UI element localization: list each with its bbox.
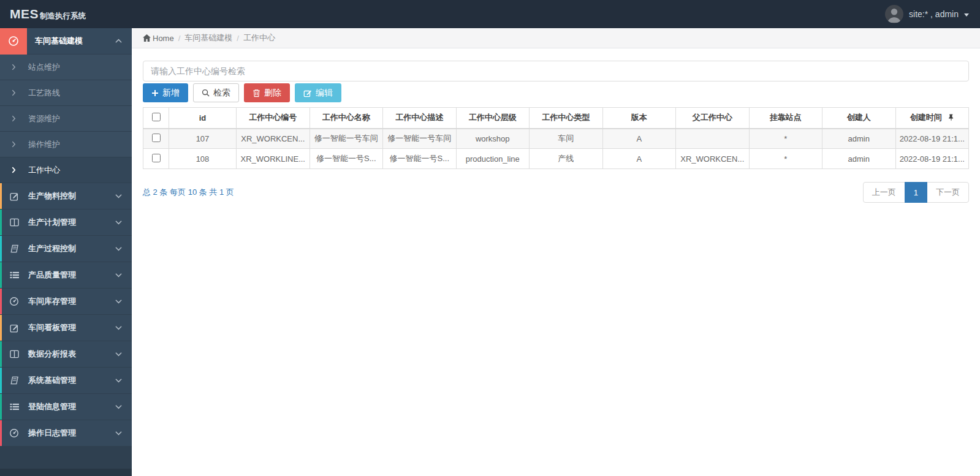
sidebar-item-operation-log-management[interactable]: 操作日志管理: [0, 420, 132, 447]
cell-type: 车间: [530, 129, 603, 149]
edit-icon: [303, 89, 312, 97]
table-row[interactable]: 108 XR_WORKLINE... 修一智能一号S... 修一智能一号S...…: [143, 149, 969, 169]
sidebar-item-label: 生产物料控制: [28, 191, 115, 202]
search-button[interactable]: 检索: [193, 83, 239, 102]
cell-name: 修一智能一号车间: [310, 129, 383, 149]
accent-strip: [0, 368, 2, 393]
columns-icon: [0, 218, 28, 227]
table-header-row: id 工作中心编号 工作中心名称 工作中心描述 工作中心层级 工作中心类型 版本…: [143, 108, 969, 129]
col-header-select: [143, 108, 169, 129]
user-menu[interactable]: site:* , admin: [885, 5, 980, 23]
col-header-type: 工作中心类型: [530, 108, 603, 129]
search-input[interactable]: [143, 61, 969, 81]
sidebar-item-product-quality-management[interactable]: 产品质量管理: [0, 262, 132, 289]
sidebar-item-label: 车间基础建模: [35, 36, 115, 47]
col-header-station: 挂靠站点: [749, 108, 822, 129]
chevron-right-icon: [12, 89, 16, 96]
cell-version: A: [602, 129, 676, 149]
edit-icon: [0, 323, 28, 333]
sidebar-item-process-route[interactable]: 工艺路线: [0, 80, 132, 106]
cell-id: 108: [169, 149, 237, 169]
accent-strip: [0, 341, 2, 367]
sidebar-item-label: 登陆信息管理: [28, 401, 115, 412]
sidebar-item-production-plan-management[interactable]: 生产计划管理: [0, 210, 132, 236]
sidebar-item-production-material-control[interactable]: 生产物料控制: [0, 183, 132, 210]
user-label: site:* , admin: [909, 9, 959, 19]
select-all-checkbox[interactable]: [152, 113, 161, 121]
sidebar-item-login-info-management[interactable]: 登陆信息管理: [0, 394, 132, 420]
row-checkbox[interactable]: [152, 154, 161, 162]
caret-down-icon: [964, 13, 969, 17]
chevron-down-icon: [115, 325, 122, 330]
work-center-panel: 新增 检索 删除 编辑 id 工作中心: [132, 48, 980, 203]
cell-creator: admin: [822, 149, 896, 169]
sidebar-item-data-analysis-reports[interactable]: 数据分析报表: [0, 341, 132, 368]
prev-page-button[interactable]: 上一页: [863, 182, 905, 203]
cell-code: XR_WORKCEN...: [237, 129, 310, 149]
chevron-down-icon: [115, 299, 122, 304]
sidebar-item-operation-maintenance[interactable]: 操作维护: [0, 132, 132, 157]
edit-icon: [0, 192, 28, 201]
chevron-down-icon: [115, 378, 122, 383]
columns-icon: [0, 350, 28, 358]
logo-text-mes: MES: [10, 7, 39, 21]
breadcrumb-home[interactable]: Home: [143, 34, 174, 43]
sidebar-item-label: 工作中心: [28, 165, 60, 176]
breadcrumb: Home / 车间基础建模 / 工作中心: [132, 28, 980, 48]
sidebar-item-label: 站点维护: [28, 62, 60, 73]
accent-strip: [0, 183, 2, 209]
page-button-1[interactable]: 1: [905, 182, 927, 203]
sidebar-item-resource-maintenance[interactable]: 资源维护: [0, 106, 132, 132]
sidebar-item-label: 车间看板管理: [28, 322, 115, 333]
cell-code: XR_WORKLINE...: [237, 149, 310, 169]
pagination-summary: 总 2 条 每页 10 条 共 1 页: [143, 187, 234, 198]
cell-id: 107: [169, 129, 237, 149]
home-icon: [143, 34, 151, 42]
table-row[interactable]: 107 XR_WORKCEN... 修一智能一号车间 修一智能一号车间 work…: [143, 129, 969, 149]
book-icon: [0, 244, 28, 253]
sidebar-item-system-basic-management[interactable]: 系统基础管理: [0, 368, 132, 394]
dashboard-icon: [0, 297, 28, 306]
cell-station: *: [749, 129, 822, 149]
cell-parent: [676, 129, 750, 149]
breadcrumb-separator: /: [237, 34, 239, 43]
sidebar-item-workshop-basic-modeling[interactable]: 车间基础建模: [0, 28, 132, 55]
sidebar-item-label: 操作维护: [28, 139, 60, 150]
pin-icon[interactable]: [948, 114, 954, 121]
chevron-down-icon: [115, 194, 122, 198]
pagination-controls: 上一页 1 下一页: [863, 182, 969, 203]
toolbar: 新增 检索 删除 编辑: [143, 83, 969, 102]
cell-created: 2022-08-19 21:1...: [895, 149, 969, 169]
breadcrumb-item-current: 工作中心: [243, 32, 275, 43]
search-button-label: 检索: [213, 88, 230, 99]
sidebar-item-label: 资源维护: [28, 113, 60, 124]
user-avatar: [885, 5, 903, 23]
col-header-version: 版本: [602, 108, 676, 129]
sidebar-item-label: 车间库存管理: [28, 296, 115, 307]
sidebar-item-site-maintenance[interactable]: 站点维护: [0, 55, 132, 80]
row-checkbox[interactable]: [152, 134, 161, 142]
next-page-button[interactable]: 下一页: [927, 182, 969, 203]
accent-strip: [0, 262, 2, 288]
list-icon: [0, 402, 28, 411]
sidebar-item-work-center[interactable]: 工作中心: [0, 157, 132, 183]
col-header-desc: 工作中心描述: [383, 108, 457, 129]
work-center-table: id 工作中心编号 工作中心名称 工作中心描述 工作中心层级 工作中心类型 版本…: [143, 107, 969, 169]
chevron-down-icon: [115, 220, 122, 225]
col-header-code: 工作中心编号: [237, 108, 310, 129]
col-header-name: 工作中心名称: [310, 108, 383, 129]
col-header-id: id: [169, 108, 237, 129]
edit-button[interactable]: 编辑: [295, 83, 341, 102]
delete-button[interactable]: 删除: [244, 83, 290, 102]
app-logo: MES 制造执行系统: [0, 7, 86, 21]
breadcrumb-home-label: Home: [153, 34, 174, 43]
sidebar-item-label: 生产计划管理: [28, 217, 115, 228]
sidebar-item-workshop-inventory-management[interactable]: 车间库存管理: [0, 289, 132, 315]
col-header-creator: 创建人: [822, 108, 896, 129]
breadcrumb-item-section[interactable]: 车间基础建模: [184, 32, 232, 43]
accent-strip: [0, 289, 2, 314]
sidebar-item-production-process-control[interactable]: 生产过程控制: [0, 236, 132, 262]
cell-level: workshop: [456, 129, 530, 149]
add-button[interactable]: 新增: [143, 83, 188, 102]
sidebar-item-workshop-kanban-management[interactable]: 车间看板管理: [0, 315, 132, 341]
